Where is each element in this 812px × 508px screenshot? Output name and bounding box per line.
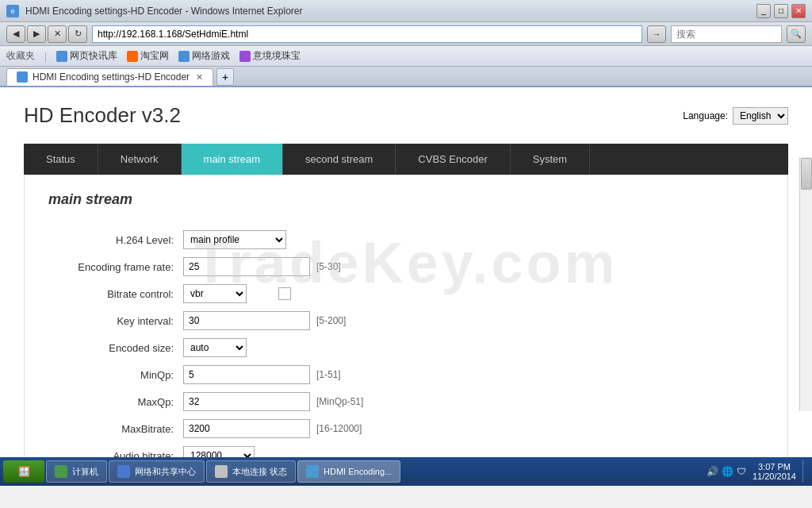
encoding-frame-rate-input[interactable] <box>183 257 310 276</box>
bookmark-jewelry[interactable]: 意境境珠宝 <box>239 49 301 63</box>
tab-main-stream-label: main stream <box>204 153 261 165</box>
key-interval-input[interactable] <box>183 311 310 330</box>
close-button[interactable]: ✕ <box>791 4 806 18</box>
show-desktop-button[interactable] <box>802 460 809 483</box>
max-bitrate-input[interactable] <box>183 419 310 438</box>
page-title: HD Encoder v3.2 <box>24 103 181 128</box>
bitrate-control-label: Bitrate control: <box>48 288 183 300</box>
min-qp-label: MinQp: <box>48 369 183 381</box>
max-qp-hint: [MinQp-51] <box>316 396 363 407</box>
systray-icon-1: 🔊 <box>707 466 718 477</box>
tab-second-stream[interactable]: second stream <box>283 144 396 175</box>
taskbar-item-network-label: 网络和共享中心 <box>135 466 196 478</box>
search-input[interactable] <box>671 25 782 43</box>
back-button[interactable]: ◀ <box>6 25 25 43</box>
systray-icon-3: 🛡 <box>737 466 746 477</box>
encoded-size-label: Encoded size: <box>48 342 183 354</box>
bitrate-control-select[interactable]: vbr cbr <box>183 284 247 303</box>
taskbar-item-computer[interactable]: 计算机 <box>46 460 107 483</box>
tab-system-label: System <box>533 153 567 165</box>
browser-title: HDMI Encoding settings-HD Encoder - Wind… <box>25 6 302 17</box>
encoding-frame-rate-hint: [5-30] <box>316 261 341 272</box>
hdmi-icon <box>306 465 319 478</box>
language-label: Language: <box>683 110 728 121</box>
nav-buttons: ◀ ▶ ✕ ↻ <box>6 25 87 43</box>
taobao-icon <box>127 51 138 62</box>
max-qp-input[interactable] <box>183 392 310 411</box>
taskbar-item-hdmi-label: HDMI Encoding... <box>324 467 392 476</box>
url-input[interactable] <box>92 25 642 43</box>
max-qp-row: MaxQp: [MinQp-51] <box>48 392 764 411</box>
key-interval-hint: [5-200] <box>316 315 346 326</box>
tab-status[interactable]: Status <box>24 144 98 175</box>
window-controls: _ □ ✕ <box>756 4 806 18</box>
stop-button[interactable]: ✕ <box>48 25 67 43</box>
section-title: main stream <box>48 191 764 214</box>
search-go-button[interactable]: 🔍 <box>787 25 806 43</box>
taskbar: 🪟 计算机 网络和共享中心 本地连接 状态 HDMI Encoding... 🔊… <box>0 457 812 486</box>
key-interval-label: Key interval: <box>48 315 183 327</box>
scroll-indicator[interactable] <box>799 157 812 411</box>
tab-second-stream-label: second stream <box>305 153 373 165</box>
tab-cvbs-encoder[interactable]: CVBS Encoder <box>396 144 510 175</box>
address-bar: ◀ ▶ ✕ ↻ → 🔍 <box>0 22 812 46</box>
taskbar-item-connection[interactable]: 本地连接 状态 <box>206 460 296 483</box>
language-select[interactable]: English 中文 <box>733 107 788 125</box>
tab-main-stream[interactable]: main stream <box>182 144 284 175</box>
taskbar-item-hdmi[interactable]: HDMI Encoding... <box>297 460 400 483</box>
bookmarks-label: 收藏夹 <box>6 49 35 63</box>
form-area: main stream H.264 Level: main profile ba… <box>24 175 788 462</box>
browser-favicon: e <box>6 5 19 17</box>
clock: 3:07 PM 11/20/2014 <box>753 462 796 481</box>
clock-date: 11/20/2014 <box>753 471 796 481</box>
max-bitrate-label: MaxBitrate: <box>48 423 183 435</box>
bookmark-taobao[interactable]: 淘宝网 <box>127 49 169 63</box>
taskbar-item-connection-label: 本地连接 状态 <box>232 466 287 478</box>
new-tab-button[interactable]: + <box>216 68 234 86</box>
systray-icon-2: 🌐 <box>722 466 733 477</box>
tab-system[interactable]: System <box>511 144 590 175</box>
h264-level-label: H.264 Level: <box>48 234 183 246</box>
bookmark-quicknews[interactable]: 网页快讯库 <box>56 49 117 63</box>
bitrate-checkbox[interactable] <box>278 287 291 300</box>
taskbar-right: 🔊 🌐 🛡 3:07 PM 11/20/2014 <box>707 460 809 483</box>
bookmarks-bar: 收藏夹 | 网页快讯库 淘宝网 网络游戏 意境境珠宝 <box>0 46 812 67</box>
tab-cvbs-encoder-label: CVBS Encoder <box>418 153 487 165</box>
min-qp-input[interactable] <box>183 365 310 384</box>
key-interval-row: Key interval: [5-200] <box>48 311 764 330</box>
clock-time: 3:07 PM <box>758 462 791 471</box>
content-wrapper: HD Encoder v3.2 Language: English 中文 Sta… <box>0 87 812 462</box>
scroll-thumb[interactable] <box>801 158 812 190</box>
bookmark-games[interactable]: 网络游戏 <box>178 49 230 63</box>
bookmark-icon <box>56 51 67 62</box>
tab-close-icon[interactable]: ✕ <box>196 72 203 83</box>
computer-icon <box>55 465 67 478</box>
h264-level-row: H.264 Level: main profile baseline high <box>48 230 764 249</box>
tab-network-label: Network <box>121 153 159 165</box>
max-bitrate-hint: [16-12000] <box>316 423 362 434</box>
maximize-button[interactable]: □ <box>774 4 788 18</box>
encoding-frame-rate-row: Encoding frame rate: [5-30] <box>48 257 764 276</box>
start-button[interactable]: 🪟 <box>3 460 44 483</box>
tab-label: HDMI Encoding settings-HD Encoder <box>33 71 190 83</box>
max-qp-label: MaxQp: <box>48 396 183 408</box>
encoded-size-select[interactable]: auto 1920x1080 1280x720 <box>183 338 247 357</box>
browser-content: HD Encoder v3.2 Language: English 中文 Sta… <box>0 87 812 462</box>
language-selector: Language: English 中文 <box>683 107 788 125</box>
taskbar-item-computer-label: 计算机 <box>72 466 98 478</box>
jewelry-icon <box>239 51 251 62</box>
tab-favicon <box>17 71 28 83</box>
browser-tab-active[interactable]: HDMI Encoding settings-HD Encoder ✕ <box>6 68 213 86</box>
go-button[interactable]: → <box>647 25 666 43</box>
browser-title-bar: e HDMI Encoding settings-HD Encoder - Wi… <box>0 0 812 22</box>
min-qp-hint: [1-51] <box>316 369 341 380</box>
max-bitrate-row: MaxBitrate: [16-12000] <box>48 419 764 438</box>
taskbar-item-network[interactable]: 网络和共享中心 <box>109 460 205 483</box>
connection-icon <box>215 465 228 478</box>
minimize-button[interactable]: _ <box>756 4 771 18</box>
systray: 🔊 🌐 🛡 <box>707 466 746 477</box>
h264-level-select[interactable]: main profile baseline high <box>183 230 286 249</box>
tab-network[interactable]: Network <box>98 144 182 175</box>
forward-button[interactable]: ▶ <box>27 25 46 43</box>
refresh-button[interactable]: ↻ <box>68 25 87 43</box>
